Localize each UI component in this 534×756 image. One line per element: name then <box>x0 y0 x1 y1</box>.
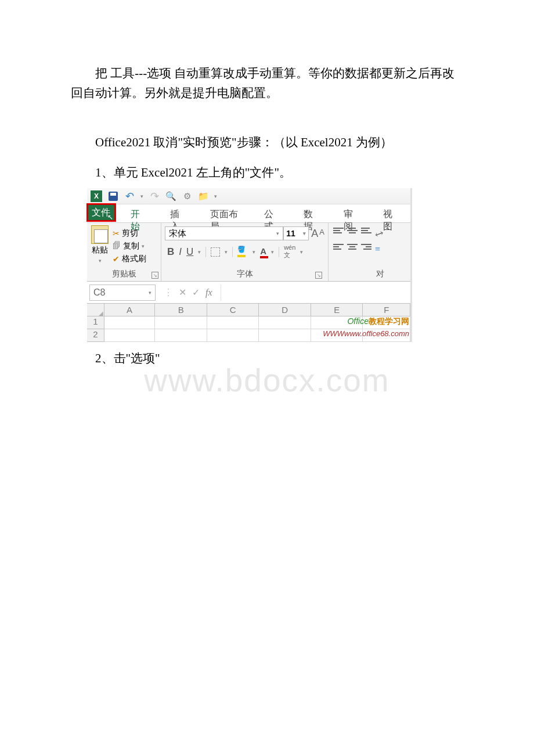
name-box-dropdown-icon[interactable]: ▾ <box>149 290 151 296</box>
cut-icon: ✂ <box>113 229 120 239</box>
save-icon[interactable] <box>108 191 118 201</box>
shrink-font-icon[interactable]: A <box>319 228 324 240</box>
enter-icon[interactable]: ✓ <box>192 287 200 298</box>
home-tab[interactable]: 开始 <box>118 204 158 222</box>
row-header[interactable]: 2 <box>87 329 104 342</box>
cancel-icon[interactable]: ✕ <box>179 287 186 298</box>
data-tab[interactable]: 数据 <box>291 204 331 222</box>
italic-button[interactable]: I <box>179 246 182 258</box>
phonetic-dropdown-icon[interactable]: ▾ <box>300 249 303 255</box>
align-middle-icon[interactable] <box>347 228 358 236</box>
formula-bar: C8 ▾ ⋮ ✕ ✓ fx <box>87 282 410 304</box>
cell[interactable] <box>363 329 410 342</box>
undo-dropdown-icon[interactable]: ▾ <box>140 193 143 199</box>
cell[interactable] <box>155 329 207 342</box>
formula-controls: ⋮ ✕ ✓ fx <box>156 285 221 301</box>
clipboard-group-label: 剪贴板 ↘ <box>87 267 161 281</box>
ribbon-content: 粘贴 ▾ ✂ 剪切 🗐 复制 ▾ <box>87 223 410 282</box>
clipboard-group: 粘贴 ▾ ✂ 剪切 🗐 复制 ▾ <box>87 223 161 281</box>
insert-tab[interactable]: 插入 <box>157 204 197 222</box>
select-all-corner[interactable] <box>87 304 104 316</box>
copy-button[interactable]: 🗐 复制 ▾ <box>113 240 161 253</box>
cell[interactable] <box>259 316 311 329</box>
font-group: 宋体 ▾ 11 ▾ A A B I <box>161 223 329 281</box>
underline-dropdown-icon[interactable]: ▾ <box>198 249 201 255</box>
cell[interactable] <box>311 316 363 329</box>
cell[interactable] <box>104 329 156 342</box>
phonetic-icon[interactable]: wén文 <box>284 244 295 260</box>
fontcolor-dropdown-icon[interactable]: ▾ <box>271 249 274 255</box>
row-header[interactable]: 1 <box>87 316 104 329</box>
cell[interactable] <box>259 329 311 342</box>
col-header[interactable]: B <box>155 304 207 316</box>
brush-icon: ✔ <box>113 254 120 264</box>
font-launcher-icon[interactable]: ↘ <box>315 272 322 279</box>
table-row: 2 WWWwww.office68.comn <box>87 329 410 342</box>
border-dropdown-icon[interactable]: ▾ <box>225 249 228 255</box>
underline-button[interactable]: U <box>186 246 193 258</box>
cut-label: 剪切 <box>122 228 138 239</box>
qat-tool-icon[interactable]: ⚙ <box>182 191 192 201</box>
cell[interactable] <box>207 329 259 342</box>
review-tab[interactable]: 审阅 <box>331 204 371 222</box>
cell[interactable] <box>207 316 259 329</box>
fill-color-icon[interactable] <box>237 248 248 256</box>
redo-icon[interactable]: ↷ <box>149 191 160 201</box>
page-watermark: www.bdocx.com <box>0 362 534 399</box>
table-row: 1 Office教程学习网 <box>87 316 410 329</box>
col-header[interactable]: F <box>363 304 410 316</box>
font-size-combo[interactable]: 11 ▾ <box>283 226 309 240</box>
clipboard-launcher-icon[interactable]: ↘ <box>151 272 158 279</box>
font-color-icon[interactable]: A <box>260 246 266 257</box>
align-right-icon[interactable] <box>361 244 371 252</box>
print-preview-icon[interactable]: 🔍 <box>165 191 176 201</box>
bold-button[interactable]: B <box>167 246 174 258</box>
font-name-dropdown-icon: ▾ <box>276 231 279 236</box>
excel-logo-icon: X <box>91 190 102 202</box>
align-left-icon[interactable] <box>333 244 344 252</box>
align-center-icon[interactable] <box>347 244 358 252</box>
name-box-value: C8 <box>93 287 105 298</box>
paragraph-2: Office2021 取消"实时预览"步骤：（以 Excel2021 为例） <box>71 133 463 153</box>
font-size-dropdown-icon: ▾ <box>303 231 306 236</box>
col-header[interactable]: C <box>207 304 259 316</box>
align-top-icon[interactable] <box>333 228 344 236</box>
column-headers: A B C D E F <box>87 304 410 316</box>
paste-button[interactable]: 粘贴 ▾ <box>87 224 113 266</box>
cell[interactable] <box>363 316 410 329</box>
paragraph-1: 把 工具---选项 自动重算改成手动重算。等你的数据都更新之后再改回自动计算。另… <box>71 64 463 103</box>
orientation-icon[interactable]: ⤢ <box>373 226 386 242</box>
layout-tab[interactable]: 页面布局 <box>197 204 251 222</box>
decrease-indent-icon[interactable]: ≡ <box>375 244 380 254</box>
cut-button[interactable]: ✂ 剪切 <box>113 227 161 240</box>
font-group-label: 字体 ↘ <box>165 267 324 281</box>
font-size-value: 11 <box>286 229 295 238</box>
font-name-combo[interactable]: 宋体 ▾ <box>165 226 283 240</box>
border-icon[interactable] <box>211 247 220 257</box>
qat-customize-icon[interactable]: ▾ <box>214 193 217 199</box>
col-header[interactable]: E <box>311 304 363 316</box>
align-bottom-icon[interactable] <box>361 228 371 236</box>
open-folder-icon[interactable]: 📁 <box>198 191 208 201</box>
document-body: 把 工具---选项 自动重算改成手动重算。等你的数据都更新之后再改回自动计算。另… <box>0 0 534 369</box>
cell[interactable] <box>155 316 207 329</box>
cell[interactable] <box>311 329 363 342</box>
col-header[interactable]: A <box>104 304 156 316</box>
fx-icon[interactable]: fx <box>205 287 212 298</box>
fill-dropdown-icon[interactable]: ▾ <box>252 249 255 255</box>
alignment-group: ⤢ ≡ 对 <box>329 223 387 281</box>
paste-dropdown-icon[interactable]: ▾ <box>99 258 102 264</box>
copy-dropdown-icon[interactable]: ▾ <box>142 243 145 249</box>
grow-font-icon[interactable]: A <box>311 228 318 240</box>
view-tab[interactable]: 视图 <box>370 204 410 222</box>
format-painter-button[interactable]: ✔ 格式刷 <box>113 253 161 265</box>
formula-tab[interactable]: 公式 <box>251 204 291 222</box>
name-box[interactable]: C8 ▾ <box>89 285 156 301</box>
file-tab[interactable]: 文件 <box>87 204 116 221</box>
undo-icon[interactable]: ↶ <box>124 191 135 201</box>
cell[interactable] <box>104 316 156 329</box>
col-header[interactable]: D <box>259 304 311 316</box>
quick-access-toolbar: X ↶ ▾ ↷ 🔍 ⚙ 📁 ▾ <box>87 188 410 204</box>
excel-screenshot: X ↶ ▾ ↷ 🔍 ⚙ 📁 ▾ 文件 开始 插入 页面布局 公式 数据 审阅 视… <box>87 188 412 342</box>
spreadsheet-grid: A B C D E F 1 Office教程学习网 2 <box>87 304 410 342</box>
